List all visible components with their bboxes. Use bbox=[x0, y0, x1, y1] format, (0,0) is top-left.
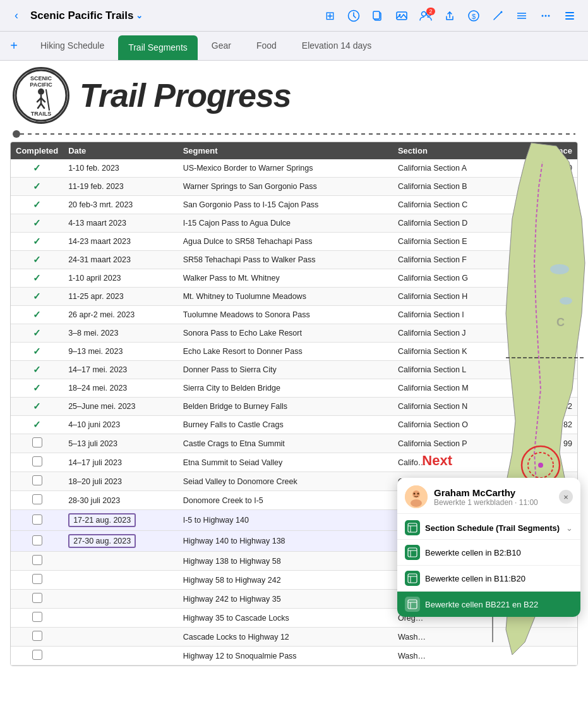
cell-completed[interactable] bbox=[11, 472, 63, 491]
tab-hiking-schedule[interactable]: Hiking Schedule bbox=[28, 32, 117, 60]
cell-completed[interactable]: ✓ bbox=[11, 196, 63, 214]
checkbox-empty[interactable] bbox=[32, 650, 42, 660]
tab-elevation[interactable]: Elevation 14 days bbox=[289, 32, 385, 60]
checkbox-empty[interactable] bbox=[32, 555, 42, 565]
more-icon[interactable] bbox=[535, 5, 556, 27]
cell-completed[interactable]: ✓ bbox=[11, 343, 63, 361]
map-area: C bbox=[493, 137, 588, 718]
popup-item-1[interactable]: Bewerkte cellen in B2:B10 bbox=[397, 540, 580, 566]
collab-badge: 2 bbox=[426, 8, 435, 15]
checkbox-empty[interactable] bbox=[32, 475, 42, 485]
cell-completed[interactable]: ✓ bbox=[11, 324, 63, 343]
checkbox-empty[interactable] bbox=[32, 535, 42, 545]
cell-completed[interactable] bbox=[11, 628, 63, 647]
table-row: ✓9–13 mei. 2023Echo Lake Resort to Donne… bbox=[11, 343, 577, 361]
cell-completed[interactable]: ✓ bbox=[11, 214, 63, 233]
image-icon[interactable] bbox=[391, 5, 412, 27]
popup-section-header[interactable]: Section Schedule (Trail Segments) ⌄ bbox=[397, 514, 580, 540]
title-chevron-icon[interactable]: ⌄ bbox=[136, 11, 143, 20]
cell-date: 5–13 juli 2023 bbox=[63, 434, 177, 453]
checkbox-empty[interactable] bbox=[32, 456, 42, 466]
add-tab-button[interactable]: + bbox=[0, 32, 28, 60]
cell-completed[interactable]: ✓ bbox=[11, 416, 63, 434]
checkbox-empty[interactable] bbox=[32, 612, 42, 622]
svg-text:C: C bbox=[556, 316, 565, 329]
tab-food[interactable]: Food bbox=[244, 32, 289, 60]
cell-date: 4–10 juni 2023 bbox=[63, 416, 177, 434]
cell-completed[interactable] bbox=[11, 491, 63, 510]
cell-completed[interactable]: ✓ bbox=[11, 379, 63, 398]
checkbox-empty[interactable] bbox=[32, 631, 42, 641]
app-title: Scenic Pacific Trails ⌄ bbox=[30, 9, 143, 22]
cell-segment: Highway 58 to Highway 242 bbox=[178, 571, 393, 590]
cell-date bbox=[63, 571, 177, 590]
lines-icon[interactable] bbox=[511, 5, 532, 27]
back-button[interactable]: ‹ bbox=[8, 7, 25, 25]
cell-completed[interactable]: ✓ bbox=[11, 361, 63, 379]
grid-icon[interactable]: ⊞ bbox=[319, 5, 340, 27]
collab-icon[interactable]: 2 bbox=[415, 5, 436, 27]
cell-segment: Belden Bridge to Burney Falls bbox=[178, 398, 393, 416]
cell-date: 18–24 mei. 2023 bbox=[63, 379, 177, 398]
svg-rect-21 bbox=[565, 18, 574, 20]
svg-point-18 bbox=[548, 15, 550, 16]
cell-completed[interactable]: ✓ bbox=[11, 306, 63, 324]
cell-segment: Seiad Valley to Donomore Creek bbox=[178, 472, 393, 491]
svg-text:TRAILS: TRAILS bbox=[31, 111, 52, 117]
cell-segment: Tuolumne Meadows to Sonora Pass bbox=[178, 306, 393, 324]
draw-icon[interactable] bbox=[487, 5, 508, 27]
main-content: SCENIC PACIFIC TRAILS Trail Progress bbox=[0, 61, 588, 718]
popup-close-button[interactable]: × bbox=[559, 490, 573, 504]
checkbox-empty[interactable] bbox=[32, 574, 42, 584]
cell-segment: Highway 140 to Highway 138 bbox=[178, 531, 393, 552]
cell-completed[interactable]: ✓ bbox=[11, 398, 63, 416]
col-completed: Completed bbox=[11, 142, 63, 159]
popup-expand-icon[interactable]: ⌄ bbox=[566, 523, 573, 533]
cell-completed[interactable]: ✓ bbox=[11, 233, 63, 251]
list-icon[interactable] bbox=[559, 5, 580, 27]
check-icon: ✓ bbox=[33, 419, 41, 430]
popup-section-text: Section Schedule (Trail Segments) bbox=[425, 523, 560, 533]
checkbox-empty[interactable] bbox=[32, 437, 42, 447]
checkbox-empty[interactable] bbox=[32, 514, 42, 525]
cell-date: 14-23 maart 2023 bbox=[63, 233, 177, 251]
popup-connector bbox=[492, 617, 493, 642]
cell-completed[interactable] bbox=[11, 590, 63, 609]
cell-completed[interactable]: ✓ bbox=[11, 269, 63, 288]
copy-icon[interactable] bbox=[367, 5, 388, 27]
cell-date: 11-19 feb. 2023 bbox=[63, 178, 177, 196]
cell-completed[interactable]: ✓ bbox=[11, 178, 63, 196]
share-icon[interactable] bbox=[439, 5, 460, 27]
cell-completed[interactable] bbox=[11, 531, 63, 552]
tab-gear[interactable]: Gear bbox=[199, 32, 244, 60]
cell-completed[interactable] bbox=[11, 571, 63, 590]
col-date: Date bbox=[63, 142, 177, 159]
clock-icon[interactable] bbox=[343, 5, 364, 27]
table-row: ✓1-10 feb. 2023US-Mexico Border to Warne… bbox=[11, 159, 577, 178]
cell-completed[interactable] bbox=[11, 552, 63, 571]
svg-rect-20 bbox=[565, 15, 574, 16]
cell-completed[interactable] bbox=[11, 609, 63, 628]
cell-date: 24-31 maart 2023 bbox=[63, 251, 177, 269]
cell-completed[interactable] bbox=[11, 453, 63, 472]
svg-point-17 bbox=[545, 15, 547, 16]
checkbox-empty[interactable] bbox=[32, 593, 42, 603]
svg-text:PACIFIC: PACIFIC bbox=[30, 82, 52, 88]
cell-completed[interactable]: ✓ bbox=[11, 159, 63, 178]
popup-section-label: Section Schedule (Trail Segments) bbox=[405, 520, 560, 535]
popup-item-3[interactable]: Bewerkte cellen BB221 en B22 bbox=[397, 592, 580, 617]
check-icon: ✓ bbox=[33, 401, 41, 411]
tab-trail-segments[interactable]: Trail Segments bbox=[118, 35, 198, 60]
cell-completed[interactable] bbox=[11, 434, 63, 453]
popup-item-2[interactable]: Bewerkte cellen in B11:B20 bbox=[397, 566, 580, 592]
cell-completed[interactable]: ✓ bbox=[11, 288, 63, 306]
cell-segment: Highway 35 to Cascade Locks bbox=[178, 609, 393, 628]
cell-segment: Warner Springs to San Gorgonio Pass bbox=[178, 178, 393, 196]
cell-completed[interactable]: ✓ bbox=[11, 251, 63, 269]
cell-segment: Walker Pass to Mt. Whitney bbox=[178, 269, 393, 288]
cell-completed[interactable] bbox=[11, 647, 63, 666]
dollar-icon[interactable]: $ bbox=[463, 5, 484, 27]
cell-completed[interactable] bbox=[11, 510, 63, 531]
check-icon: ✓ bbox=[33, 346, 41, 356]
checkbox-empty[interactable] bbox=[32, 494, 42, 504]
